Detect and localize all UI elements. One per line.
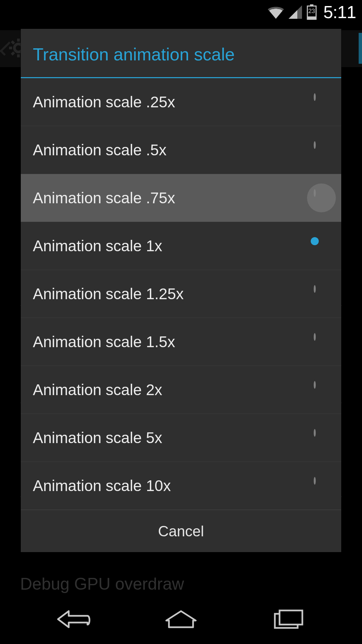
battery-level-text: 23	[307, 8, 317, 15]
option-label: Animation scale 1.25x	[33, 285, 184, 303]
radio-button[interactable]	[314, 430, 329, 445]
option-row[interactable]: Animation scale 10x	[21, 462, 341, 510]
svg-line-10	[12, 52, 14, 55]
home-icon	[164, 609, 198, 631]
cancel-button[interactable]: Cancel	[158, 523, 204, 540]
dialog-footer: Cancel	[21, 510, 341, 552]
svg-rect-2	[307, 16, 316, 19]
battery-icon: 23	[307, 4, 317, 20]
radio-unselected-icon	[314, 429, 316, 437]
nav-back-button[interactable]	[40, 603, 107, 637]
option-label: Animation scale 5x	[33, 429, 162, 447]
option-label: Animation scale .25x	[33, 93, 175, 111]
dialog-header: Transition animation scale	[21, 29, 341, 77]
status-clock: 5:11	[323, 2, 356, 22]
option-label: Animation scale 10x	[33, 477, 171, 495]
option-label: Animation scale .5x	[33, 141, 167, 159]
option-row[interactable]: Animation scale 1x	[21, 222, 341, 270]
option-row[interactable]: Animation scale .5x	[21, 126, 341, 174]
option-row[interactable]: Animation scale 2x	[21, 366, 341, 414]
option-row[interactable]: Animation scale .25x	[21, 78, 341, 126]
option-label: Animation scale 1.5x	[33, 333, 175, 351]
navigation-bar	[0, 596, 362, 644]
dialog-transition-animation-scale: Transition animation scale Animation sca…	[21, 29, 341, 552]
wifi-icon	[268, 5, 284, 19]
radio-unselected-icon	[314, 477, 316, 485]
radio-unselected-icon	[314, 189, 316, 197]
svg-rect-12	[280, 610, 302, 625]
radio-unselected-icon	[314, 333, 316, 341]
option-label: Animation scale 1x	[33, 237, 162, 255]
cell-signal-icon	[289, 5, 302, 19]
radio-unselected-icon	[314, 141, 316, 149]
radio-button[interactable]	[314, 142, 329, 158]
option-row[interactable]: Animation scale 1.25x	[21, 270, 341, 318]
touch-ripple	[307, 183, 336, 212]
svg-line-8	[12, 41, 14, 44]
radio-button[interactable]	[314, 94, 329, 110]
radio-button[interactable]	[314, 334, 329, 350]
option-label: Animation scale 2x	[33, 381, 162, 399]
option-label: Animation scale .75x	[33, 189, 175, 207]
radio-button[interactable]	[314, 478, 329, 493]
radio-unselected-icon	[314, 285, 316, 293]
background-toggle-edge	[359, 33, 362, 64]
nav-recents-button[interactable]	[255, 603, 322, 637]
radio-button[interactable]	[314, 190, 329, 206]
dialog-title: Transition animation scale	[33, 44, 329, 64]
radio-button[interactable]	[314, 382, 329, 397]
dialog-options-list: Animation scale .25xAnimation scale .5xA…	[21, 78, 341, 510]
radio-unselected-icon	[314, 93, 316, 101]
background-list-item: Debug GPU overdraw	[20, 574, 184, 594]
recents-icon	[272, 608, 304, 631]
radio-unselected-icon	[314, 381, 316, 389]
nav-home-button[interactable]	[147, 603, 215, 637]
option-row[interactable]: Animation scale 1.5x	[21, 318, 341, 366]
option-row[interactable]: Animation scale .75x	[21, 174, 341, 222]
radio-button[interactable]	[314, 286, 329, 302]
option-row[interactable]: Animation scale 5x	[21, 414, 341, 462]
status-bar: 23 5:11	[0, 0, 362, 24]
radio-button[interactable]	[314, 238, 329, 254]
radio-selected-icon	[314, 237, 316, 245]
back-icon	[55, 608, 92, 631]
